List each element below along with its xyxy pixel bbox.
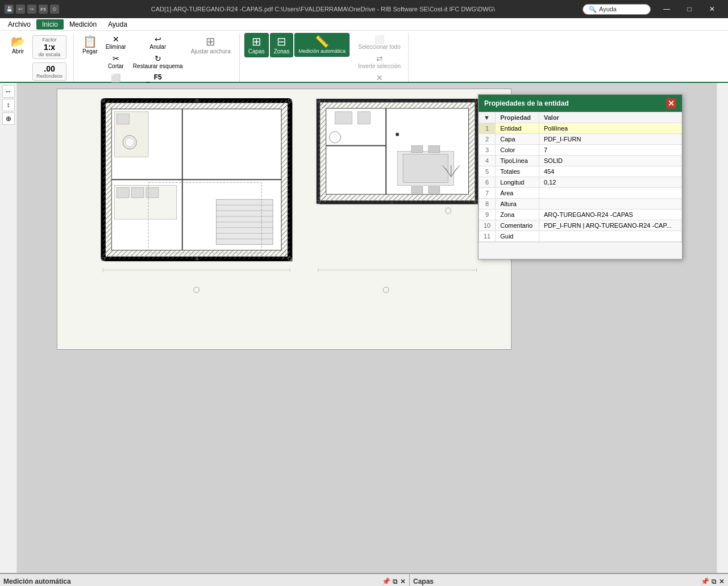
- left-tool-3[interactable]: ⊕: [2, 112, 15, 125]
- minimize-button[interactable]: —: [655, 0, 678, 18]
- prop-row-num: 2: [479, 134, 496, 145]
- prop-name: Entidad: [496, 123, 539, 134]
- entity-props-body: 1 Entidad Polilínea 2 Capa PDF_I-FURN 3 …: [479, 123, 682, 242]
- factor-escala-widget[interactable]: Factor 1:x de escala: [32, 35, 66, 59]
- menu-inicio[interactable]: Inicio: [36, 19, 64, 30]
- capas-pin-icon[interactable]: 📌: [701, 577, 709, 585]
- ajustar-button[interactable]: ⊞ Ajustar anchura: [187, 33, 235, 57]
- svg-rect-26: [357, 112, 370, 124]
- right-scrollbar[interactable]: [717, 83, 728, 573]
- menu-ayuda[interactable]: Ayuda: [102, 19, 133, 30]
- redo-icon[interactable]: ↪: [27, 5, 36, 14]
- blueprint-canvas[interactable]: [57, 89, 511, 350]
- medicion-pin-icon[interactable]: 📌: [382, 577, 390, 585]
- svg-rect-19: [469, 101, 477, 202]
- circle-icon[interactable]: ⊙: [50, 5, 59, 14]
- medicion-close-icon[interactable]: ✕: [400, 577, 406, 585]
- entity-prop-row: 1 Entidad Polilínea: [479, 123, 682, 134]
- prop-row-num: 9: [479, 210, 496, 220]
- prop-name: Guid: [496, 231, 539, 242]
- svg-rect-20: [318, 101, 477, 108]
- save-icon[interactable]: 💾: [5, 5, 14, 14]
- prop-row-num: 10: [479, 220, 496, 231]
- invert-selection-icon: ⇄: [376, 54, 383, 63]
- entity-prop-row: 10 Comentario PDF_I-FURN | ARQ-TUREGANO-…: [479, 220, 682, 231]
- capas-float-icon[interactable]: ⧉: [712, 577, 717, 585]
- close-button[interactable]: ✕: [701, 0, 723, 18]
- medicion-panel-controls: 📌 ⧉ ✕: [382, 577, 406, 585]
- prop-value: Polilínea: [539, 123, 682, 134]
- entity-prop-row: 3 Color 7: [479, 145, 682, 156]
- svg-point-74: [195, 257, 199, 261]
- paste-icon: 📋: [83, 36, 97, 47]
- prop-value: SOLID: [539, 156, 682, 166]
- prop-name: Longitud: [496, 177, 539, 188]
- col-propiedad-header: Propiedad: [496, 112, 539, 123]
- svg-rect-43: [146, 187, 159, 198]
- capas-close-icon[interactable]: ✕: [719, 577, 725, 585]
- seleccionar-todo-button[interactable]: ⬜ Seleccionar todo: [355, 33, 403, 52]
- left-tool-1[interactable]: ↔: [2, 85, 15, 98]
- prop-value: [539, 199, 682, 210]
- entity-prop-row: 7 Área: [479, 188, 682, 199]
- anular-button[interactable]: ↩ Anular: [130, 33, 186, 52]
- search-box[interactable]: 🔍 Ayuda: [583, 4, 651, 15]
- maximize-button[interactable]: □: [678, 0, 701, 18]
- scale-value: 1:x: [44, 43, 55, 52]
- menu-medicion[interactable]: Medición: [64, 19, 102, 30]
- svg-rect-21: [318, 194, 477, 202]
- medicion-panel-header: Medición automática 📌 ⧉ ✕: [0, 574, 409, 586]
- titlebar: 💾 ↩ ↪ F5 ⊙ CAD[1]-ARQ-TUREGANO-R24 -CAPA…: [0, 0, 728, 18]
- prop-value: 7: [539, 145, 682, 156]
- prop-row-num: 6: [479, 177, 496, 188]
- ribbon-group-entorno: 📂 Abrir Factor 1:x de escala .00 Redonde…: [2, 33, 74, 82]
- window-controls: — □ ✕: [655, 0, 723, 18]
- svg-rect-45: [403, 154, 448, 183]
- open-folder-icon: 📂: [11, 36, 25, 47]
- prop-name: Comentario: [496, 220, 539, 231]
- medicion-float-icon[interactable]: ⧉: [393, 577, 398, 585]
- prop-name: TipoLínea: [496, 156, 539, 166]
- undo-icon[interactable]: ↩: [16, 5, 25, 14]
- left-tool-2[interactable]: ↕: [2, 99, 15, 111]
- col-num-header: ▼: [479, 112, 496, 123]
- capas-button[interactable]: ⊞ Capas: [244, 33, 269, 57]
- main-content: ↔ ↕ ⊕: [0, 83, 728, 574]
- menu-archivo[interactable]: Archivo: [2, 19, 36, 30]
- eliminar-button[interactable]: ✕ Eliminar: [103, 33, 129, 52]
- capas-panel: Capas 📌 ⧉ ✕ Ver Visibles Totales Capa Co…: [410, 574, 728, 586]
- entity-prop-row: 5 Totales 454: [479, 166, 682, 177]
- prop-name: Zona: [496, 210, 539, 220]
- entity-prop-row: 4 TipoLínea SOLID: [479, 156, 682, 166]
- svg-rect-41: [117, 187, 129, 198]
- f5-icon[interactable]: F5: [39, 5, 48, 14]
- svg-rect-46: [411, 146, 423, 153]
- col-valor-header: Valor: [539, 112, 682, 123]
- prop-name: Capa: [496, 134, 539, 145]
- svg-rect-42: [131, 187, 144, 198]
- invertir-seleccion-button[interactable]: ⇄ Invertir selección: [355, 52, 403, 71]
- abrir-button[interactable]: 📂 Abrir: [7, 33, 29, 57]
- medicion-panel-title: Medición automática: [3, 577, 71, 585]
- search-placeholder: Ayuda: [599, 6, 617, 12]
- capas-panel-controls: 📌 ⧉ ✕: [701, 577, 725, 585]
- titlebar-icons: 💾 ↩ ↪ F5 ⊙: [5, 5, 59, 14]
- prop-row-num: 7: [479, 188, 496, 199]
- canvas-area[interactable]: ↔ ↕ ⊕: [0, 83, 728, 574]
- select-all-icon: ⬜: [375, 35, 384, 44]
- prop-value: 0,12: [539, 177, 682, 188]
- entity-props-table: ▼ Propiedad Valor 1 Entidad Polilínea 2 …: [479, 112, 682, 242]
- zonas-button[interactable]: ⊟ Zonas: [270, 33, 294, 57]
- edicion-buttons: 📋 Pegar ✕ Eliminar ✂ Cortar ⬜ Copiar: [78, 33, 235, 90]
- prop-value: PDF_I-FURN: [539, 134, 682, 145]
- entity-props-close-button[interactable]: ✕: [666, 98, 676, 108]
- canvas-inner: ↔ ↕ ⊕: [0, 83, 728, 573]
- capas-panel-title: Capas: [413, 577, 434, 585]
- prop-row-num: 3: [479, 145, 496, 156]
- pegar-button[interactable]: 📋 Pegar: [78, 33, 102, 57]
- medicion-auto-button[interactable]: 📏 Medición automática: [294, 33, 350, 57]
- restaurar-button[interactable]: ↻ Restaurar esquema: [130, 52, 186, 71]
- cortar-button[interactable]: ✂ Cortar: [103, 52, 129, 71]
- redondeos-widget[interactable]: .00 Redondeos: [32, 62, 66, 81]
- prop-value: [539, 188, 682, 199]
